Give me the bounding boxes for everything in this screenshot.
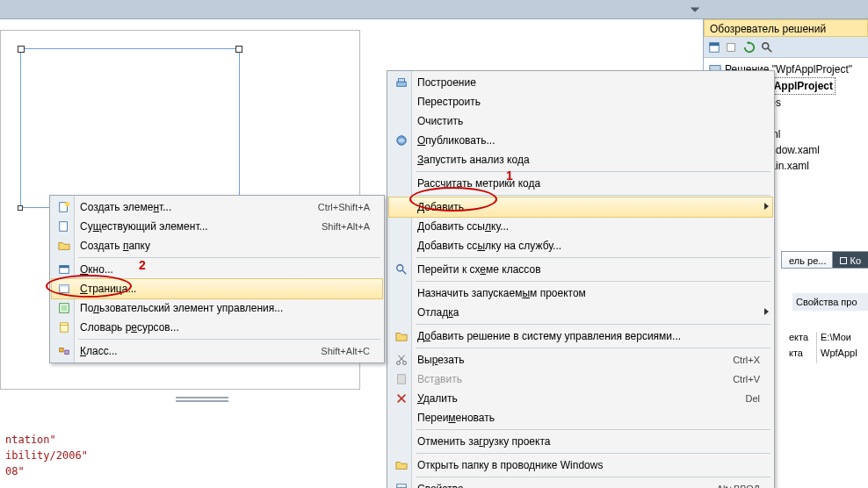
svg-rect-29 <box>60 285 69 288</box>
menu-code-analysis[interactable]: Запустить анализ кода <box>389 150 772 169</box>
menu-add-source-control[interactable]: Добавить решение в систему управления ве… <box>389 327 772 346</box>
menu-paste: ВставитьCtrl+V <box>389 370 772 389</box>
property-row[interactable]: ектаE:\Мои <box>787 332 868 348</box>
build-icon <box>394 75 409 90</box>
view-code-icon[interactable] <box>760 40 774 54</box>
menu-add-service-reference[interactable]: Добавить ссылку на службу... <box>389 236 772 255</box>
submenu-arrow-icon <box>764 308 769 315</box>
design-canvas[interactable] <box>20 48 240 208</box>
menu-window[interactable]: Окно... <box>52 260 382 279</box>
svg-rect-9 <box>399 79 405 83</box>
menu-unload[interactable]: Отменить загрузку проекта <box>389 432 772 451</box>
refresh-icon[interactable] <box>742 40 756 54</box>
menu-build[interactable]: Построение <box>389 73 772 92</box>
tab-other[interactable]: Ко <box>832 251 868 269</box>
menu-page[interactable]: Страница... <box>52 279 382 298</box>
menu-metrics[interactable]: Рассчитать метрики кода <box>389 174 772 193</box>
resource-dictionary-icon <box>57 320 71 334</box>
properties-panel-title: Свойства про <box>792 293 868 311</box>
svg-line-4 <box>768 47 771 51</box>
svg-rect-34 <box>60 348 63 352</box>
code-line: ibility/2006" <box>5 448 378 463</box>
delete-icon <box>394 391 409 405</box>
menu-add[interactable]: Добавить <box>389 197 772 217</box>
svg-point-13 <box>397 362 401 365</box>
solution-toolbar <box>704 37 868 58</box>
menu-new-item[interactable]: Создать элемент...Ctrl+Shift+A <box>52 197 382 217</box>
menu-resource-dictionary[interactable]: Словарь ресурсов... <box>52 318 382 337</box>
paste-icon <box>394 372 409 386</box>
window-icon <box>57 262 71 276</box>
menu-class-diagram[interactable]: Перейти к схеме классов <box>389 260 772 279</box>
menu-rename[interactable]: Переименовать <box>389 408 772 427</box>
svg-rect-2 <box>727 43 735 51</box>
properties-icon[interactable] <box>707 40 721 54</box>
existing-item-icon <box>57 219 71 233</box>
menu-set-startup[interactable]: Назначить запускаемым проектом <box>389 283 772 303</box>
ide-toolbar <box>0 0 868 19</box>
properties-icon <box>394 482 409 488</box>
menu-clean[interactable]: Очистить <box>389 111 772 131</box>
toolbar-overflow-icon[interactable] <box>689 4 701 16</box>
cut-icon <box>394 353 409 367</box>
class-icon <box>57 344 71 358</box>
menu-existing-item[interactable]: Существующий элемент...Shift+Alt+A <box>52 217 382 236</box>
menu-new-folder[interactable]: Создать папку <box>52 236 382 255</box>
publish-icon <box>394 133 409 147</box>
svg-rect-31 <box>61 305 68 312</box>
solution-explorer-title: Обозреватель решений <box>704 19 868 37</box>
menu-delete[interactable]: УдалитьDel <box>389 389 772 408</box>
svg-rect-27 <box>60 266 69 269</box>
svg-point-24 <box>65 202 69 206</box>
svg-rect-17 <box>398 375 406 384</box>
xaml-code: ntation" ibility/2006" 08" <box>0 432 378 479</box>
project-context-menu: Построение Перестроить Очистить ООпублик… <box>387 70 775 488</box>
class-diagram-icon <box>394 262 409 276</box>
user-control-icon <box>57 301 71 315</box>
code-line: 08" <box>5 463 378 479</box>
menu-open-folder[interactable]: Открыть папку в проводнике Windows <box>389 456 772 475</box>
splitter-grip[interactable] <box>176 397 228 402</box>
add-submenu: Создать элемент...Ctrl+Shift+A Существую… <box>49 195 385 363</box>
property-row[interactable]: ктаWpfAppl <box>787 348 868 363</box>
panel-tabs: ель ре... Ко <box>782 251 868 269</box>
page-icon <box>57 282 71 296</box>
properties-grid: ектаE:\Мои ктаWpfAppl <box>787 332 868 363</box>
new-item-icon <box>57 200 71 214</box>
folder-icon <box>57 239 71 253</box>
svg-point-3 <box>763 42 769 48</box>
code-line: ntation" <box>5 432 378 448</box>
svg-rect-8 <box>397 82 407 86</box>
svg-line-16 <box>399 355 404 362</box>
svg-rect-35 <box>65 350 69 354</box>
svg-point-11 <box>397 265 403 271</box>
show-all-icon[interactable] <box>725 40 739 54</box>
menu-cut[interactable]: ВырезатьCtrl+X <box>389 350 772 370</box>
menu-publish[interactable]: ООпубликовать...публиковать... <box>389 131 772 150</box>
svg-line-15 <box>399 355 404 362</box>
menu-add-reference[interactable]: Добавить ссылку... <box>389 217 772 236</box>
menu-debug[interactable]: Отладка <box>389 303 772 322</box>
svg-line-12 <box>402 270 406 274</box>
menu-class[interactable]: Класс...Shift+Alt+C <box>52 341 382 361</box>
svg-rect-25 <box>60 222 68 232</box>
folder-open-icon <box>394 458 409 472</box>
svg-rect-1 <box>710 42 720 46</box>
tab-solution-explorer[interactable]: ель ре... <box>781 251 833 269</box>
svg-rect-32 <box>61 323 69 333</box>
menu-properties[interactable]: СвойстваAlt+ВВОД <box>389 479 772 488</box>
menu-rebuild[interactable]: Перестроить <box>389 92 772 111</box>
svg-point-14 <box>403 362 407 365</box>
submenu-arrow-icon <box>764 203 769 210</box>
source-control-icon <box>394 329 409 343</box>
menu-user-control[interactable]: Пользовательский элемент управления... <box>52 298 382 318</box>
